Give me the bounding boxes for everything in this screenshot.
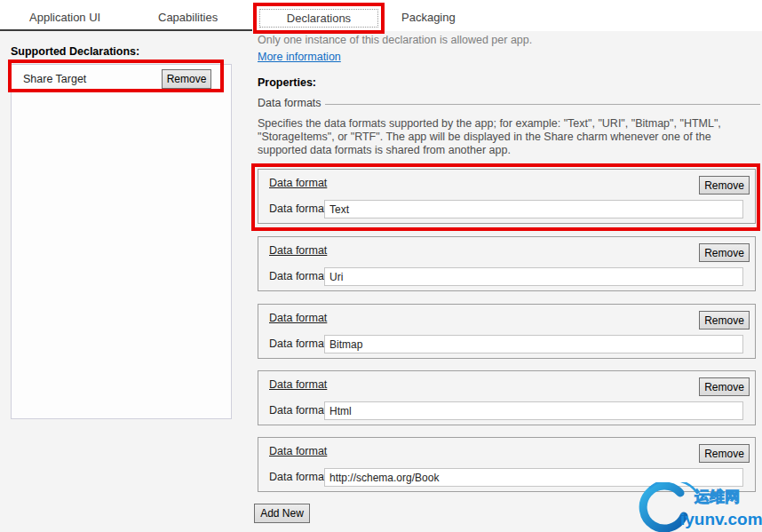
tab-declarations[interactable]: Declarations xyxy=(259,9,378,28)
data-format-input[interactable] xyxy=(324,468,743,487)
more-information-link[interactable]: More information xyxy=(258,51,341,63)
share-target-label: Share Target xyxy=(23,73,86,85)
single-instance-note: Only one instance of this declaration is… xyxy=(258,34,532,46)
data-format-field-label: Data format: xyxy=(269,471,330,483)
remove-format-button[interactable]: Remove xyxy=(699,444,750,463)
annotation-box-declarations-tab: Declarations xyxy=(253,3,385,34)
properties-label: Properties: xyxy=(258,76,316,89)
remove-format-button[interactable]: Remove xyxy=(699,243,750,262)
data-format-header-link[interactable]: Data format xyxy=(269,177,327,189)
manifest-designer: Application UI Capabilities Packaging De… xyxy=(0,0,762,532)
data-format-field-label: Data format: xyxy=(269,270,330,282)
data-formats-group-title: Data formats xyxy=(258,97,321,109)
add-new-button[interactable]: Add New xyxy=(254,504,310,523)
data-format-box: Data format Remove Data format: xyxy=(258,304,756,359)
data-format-input[interactable] xyxy=(324,401,743,420)
remove-format-button[interactable]: Remove xyxy=(699,176,750,195)
data-format-header-link[interactable]: Data format xyxy=(269,445,327,457)
data-format-header-link[interactable]: Data format xyxy=(269,378,327,391)
data-format-header-link[interactable]: Data format xyxy=(269,312,327,324)
list-item-share-target[interactable]: Share Target Remove xyxy=(12,65,231,95)
data-formats-description: Specifies the data formats supported by … xyxy=(258,117,755,157)
tab-capabilities[interactable]: Capabilities xyxy=(158,11,218,24)
tab-packaging[interactable]: Packaging xyxy=(401,11,456,24)
logo-swoosh-icon xyxy=(643,486,684,528)
data-format-field-label: Data format: xyxy=(269,404,330,417)
data-format-input[interactable] xyxy=(324,200,743,218)
data-format-input[interactable] xyxy=(324,267,743,286)
data-format-input[interactable] xyxy=(324,335,743,353)
data-format-box: Data format Remove Data format: xyxy=(258,437,756,492)
data-formats-group-rule xyxy=(325,104,760,105)
data-format-box: Data format Remove Data format: xyxy=(258,236,756,291)
supported-declarations-list[interactable]: Share Target Remove xyxy=(11,64,232,419)
tab-application-ui[interactable]: Application UI xyxy=(29,11,100,24)
data-format-field-label: Data format: xyxy=(269,337,330,350)
data-format-box: Data format Remove Data format: xyxy=(258,370,756,425)
data-format-box: Data format Remove Data format: xyxy=(258,169,756,224)
remove-format-button[interactable]: Remove xyxy=(699,311,750,330)
remove-format-button[interactable]: Remove xyxy=(699,377,750,396)
tab-strip-underline xyxy=(0,29,252,31)
remove-declaration-button[interactable]: Remove xyxy=(162,69,211,89)
data-format-header-link[interactable]: Data format xyxy=(269,244,327,257)
supported-declarations-label: Supported Declarations: xyxy=(11,45,139,58)
watermark-domain-text: iyunv.com xyxy=(680,510,762,528)
data-format-field-label: Data format: xyxy=(269,202,330,215)
tab-strip: Application UI Capabilities Packaging De… xyxy=(0,0,762,31)
